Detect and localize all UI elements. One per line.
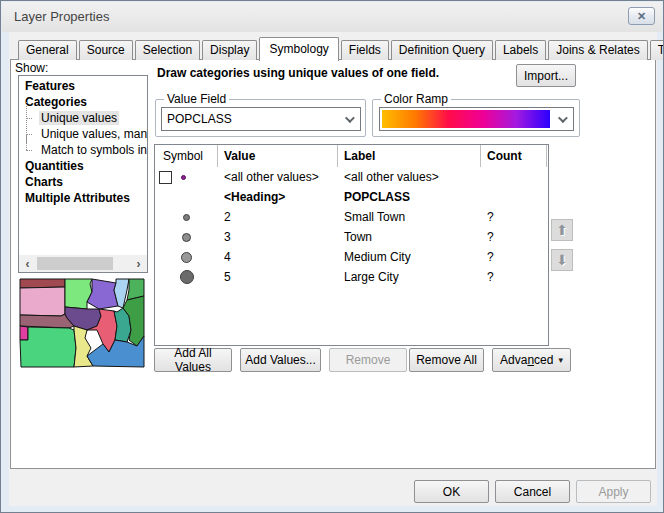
- tree-item-multiple-attributes[interactable]: Multiple Attributes: [19, 190, 147, 206]
- tab-general[interactable]: General: [18, 40, 77, 60]
- color-ramp-group: Color Ramp: [372, 99, 580, 137]
- table-row[interactable]: 2 Small Town ?: [155, 207, 548, 227]
- ok-button[interactable]: OK: [414, 480, 489, 503]
- value-field-group: Value Field POPCLASS: [155, 99, 366, 137]
- all-other-values-checkbox[interactable]: [159, 171, 172, 184]
- tab-symbology[interactable]: Symbology: [259, 37, 338, 61]
- move-up-button[interactable]: ⬆: [551, 219, 573, 241]
- tab-selection[interactable]: Selection: [135, 40, 200, 60]
- show-tree: Features Categories Unique values Unique…: [18, 75, 148, 273]
- import-button[interactable]: Import...: [516, 64, 576, 87]
- tab-joins-relates[interactable]: Joins & Relates: [548, 40, 647, 60]
- move-down-button[interactable]: ⬇: [551, 249, 573, 271]
- point-symbol-icon[interactable]: [182, 233, 191, 242]
- dropdown-arrow-icon: ▾: [558, 355, 563, 365]
- column-count[interactable]: Count: [481, 145, 547, 167]
- color-ramp-group-label: Color Ramp: [381, 92, 451, 106]
- tree-item-match-symbols[interactable]: Match to symbols in a: [33, 142, 147, 158]
- apply-button: Apply: [576, 480, 651, 503]
- tab-fields[interactable]: Fields: [341, 40, 389, 60]
- point-symbol-icon[interactable]: [180, 270, 194, 284]
- table-row[interactable]: 4 Medium City ?: [155, 247, 548, 267]
- column-symbol[interactable]: Symbol: [155, 145, 218, 167]
- add-values-button[interactable]: Add Values...: [240, 348, 321, 372]
- map-preview: [19, 278, 145, 369]
- tab-strip: General Source Selection Display Symbolo…: [18, 36, 664, 60]
- value-field-selected: POPCLASS: [167, 112, 232, 126]
- layer-properties-dialog: Layer Properties ✕ General Source Select…: [0, 0, 664, 513]
- tab-display[interactable]: Display: [202, 40, 257, 60]
- tab-labels[interactable]: Labels: [495, 40, 546, 60]
- column-value[interactable]: Value: [218, 145, 338, 167]
- table-header: Symbol Value Label Count: [155, 145, 548, 167]
- chevron-down-icon: [345, 113, 355, 123]
- value-field-dropdown[interactable]: POPCLASS: [161, 107, 361, 131]
- cancel-button[interactable]: Cancel: [495, 480, 570, 503]
- scrollbar-thumb[interactable]: [37, 257, 113, 270]
- point-symbol-icon[interactable]: [181, 175, 186, 180]
- scroll-left-icon[interactable]: ‹: [19, 255, 36, 272]
- tree-item-unique-values[interactable]: Unique values: [33, 110, 147, 126]
- close-icon[interactable]: ✕: [628, 7, 655, 25]
- tab-definition-query[interactable]: Definition Query: [391, 40, 493, 60]
- table-row[interactable]: <all other values> <all other values>: [155, 167, 548, 187]
- show-label: Show:: [15, 61, 48, 75]
- arrow-up-icon: ⬆: [556, 222, 568, 238]
- value-field-group-label: Value Field: [164, 92, 229, 106]
- column-label[interactable]: Label: [338, 145, 481, 167]
- draw-method-description: Draw categories using unique values of o…: [157, 66, 439, 80]
- dialog-title: Layer Properties: [14, 2, 109, 32]
- tree-item-quantities[interactable]: Quantities: [19, 158, 147, 174]
- table-row[interactable]: 5 Large City ?: [155, 267, 548, 287]
- categories-table: Symbol Value Label Count <all other valu…: [154, 144, 549, 346]
- tree-item-features[interactable]: Features: [19, 78, 147, 94]
- tree-item-categories[interactable]: Categories: [19, 94, 147, 110]
- remove-all-button[interactable]: Remove All: [409, 348, 484, 372]
- tab-source[interactable]: Source: [79, 40, 133, 60]
- point-symbol-icon[interactable]: [181, 252, 192, 263]
- remove-button: Remove: [329, 348, 407, 372]
- symbology-page: Show: Features Categories Unique values …: [10, 59, 656, 469]
- color-ramp-dropdown[interactable]: [379, 107, 574, 131]
- tab-time[interactable]: Time: [650, 40, 664, 60]
- chevron-down-icon: [558, 113, 568, 123]
- dialog-surface: General Source Selection Display Symbolo…: [9, 32, 657, 506]
- point-symbol-icon[interactable]: [183, 214, 190, 221]
- table-row[interactable]: 3 Town ?: [155, 227, 548, 247]
- arrow-down-icon: ⬇: [556, 252, 568, 268]
- color-ramp-swatch: [382, 110, 550, 128]
- title-bar[interactable]: Layer Properties ✕: [2, 2, 662, 32]
- tree-item-charts[interactable]: Charts: [19, 174, 147, 190]
- advanced-button[interactable]: Advanced ▾: [492, 348, 571, 372]
- scroll-right-icon[interactable]: ›: [130, 255, 147, 272]
- table-row-heading[interactable]: <Heading> POPCLASS: [155, 187, 548, 207]
- tree-item-unique-values-many[interactable]: Unique values, many: [33, 126, 147, 142]
- add-all-values-button[interactable]: Add All Values: [154, 348, 232, 372]
- tree-horizontal-scrollbar[interactable]: ‹ ›: [19, 255, 147, 272]
